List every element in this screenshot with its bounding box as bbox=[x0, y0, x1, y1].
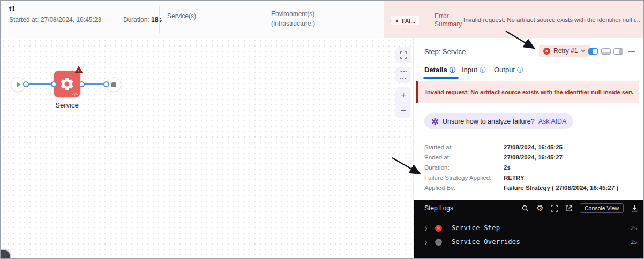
failed-status-badge[interactable]: ▲ FAI... bbox=[391, 16, 419, 25]
chevron-right-icon[interactable]: ❯ bbox=[424, 225, 435, 231]
service-step-node[interactable]: </> ! bbox=[54, 71, 80, 97]
tab-input[interactable]: Input ⓘ bbox=[462, 66, 486, 74]
execution-duration: Duration: 18s bbox=[123, 16, 162, 24]
fit-view-icon bbox=[400, 71, 407, 79]
execution-started-at: Started at: 27/08/2024, 16:45:23 bbox=[9, 16, 101, 24]
console-view-button[interactable]: Console View bbox=[580, 203, 624, 213]
zoom-out-button[interactable]: − bbox=[395, 103, 411, 118]
step-logs-panel: Step Logs ⚙ Console View bbox=[414, 200, 644, 259]
log-row-service-step[interactable]: ❯ ✕ Service Step 2s bbox=[414, 221, 644, 235]
pipeline-execution-page: t1 Started at: 27/08/2024, 16:45:23 Dura… bbox=[0, 0, 644, 259]
tab-details[interactable]: Details ⓘ bbox=[424, 66, 456, 74]
panel-title: Step: Service bbox=[424, 48, 466, 56]
connector-port[interactable] bbox=[23, 81, 29, 87]
node-warning-mark: ! bbox=[78, 68, 80, 73]
search-icon[interactable] bbox=[522, 204, 529, 212]
gear-icon bbox=[59, 76, 75, 92]
detail-row: Duration:2s bbox=[424, 162, 634, 172]
step-details-panel: Step: Service ✕ Retry #1 Details ⓘ Input… bbox=[413, 38, 644, 259]
error-summary-message: Invalid request: No artifact source exis… bbox=[463, 17, 640, 23]
chevron-right-icon[interactable]: ❯ bbox=[424, 239, 435, 245]
header-divider bbox=[159, 6, 160, 33]
connector-port[interactable] bbox=[51, 81, 57, 87]
tab-output[interactable]: Output ⓘ bbox=[494, 66, 523, 74]
zoom-in-button[interactable]: + bbox=[395, 87, 411, 103]
detail-row: Failure Strategy Applied:RETRY bbox=[424, 172, 634, 182]
expand-logs-icon[interactable] bbox=[551, 204, 558, 212]
download-logs-icon[interactable] bbox=[631, 204, 638, 212]
code-icon: </> bbox=[72, 92, 78, 96]
service-node-label: Service bbox=[48, 101, 86, 109]
canvas-fit-view-button[interactable] bbox=[395, 67, 411, 83]
detail-row: Ended at:27/08/2024, 16:45:27 bbox=[424, 152, 634, 162]
fullscreen-icon bbox=[400, 51, 407, 59]
retry-selector[interactable]: ✕ Retry #1 bbox=[539, 45, 590, 57]
step-error-banner: Invalid request: No artifact source exis… bbox=[416, 81, 639, 103]
zoom-controls: + − bbox=[395, 87, 411, 118]
log-row-service-overrides[interactable]: ❯ ✓ Service Overrides 2s bbox=[414, 235, 644, 249]
connector-port[interactable] bbox=[79, 81, 85, 87]
open-external-icon[interactable] bbox=[565, 204, 573, 212]
failed-dot-icon: ✕ bbox=[543, 48, 550, 55]
layout-fill bbox=[619, 49, 623, 54]
active-tab-indicator bbox=[423, 77, 459, 79]
detail-row: Started at:27/08/2024, 16:45:25 bbox=[424, 142, 634, 152]
pipeline-canvas[interactable]: </> ! Service + − bbox=[1, 38, 413, 259]
step-logs-header: Step Logs ⚙ Console View bbox=[414, 200, 644, 217]
execution-header: t1 Started at: 27/08/2024, 16:45:23 Dura… bbox=[1, 1, 644, 39]
stop-icon bbox=[111, 82, 116, 87]
connector-port[interactable] bbox=[103, 81, 109, 87]
minimize-panel-button[interactable] bbox=[628, 51, 635, 52]
layout-bottom-button[interactable] bbox=[601, 48, 611, 55]
canvas-fullscreen-button[interactable] bbox=[395, 47, 411, 63]
warning-triangle-icon: ▲ bbox=[394, 18, 400, 24]
step-logs-title: Step Logs bbox=[424, 204, 453, 212]
play-icon bbox=[17, 82, 21, 87]
layout-fill bbox=[589, 49, 593, 54]
layout-split-left-button[interactable] bbox=[588, 48, 598, 55]
chevron-down-icon bbox=[581, 49, 586, 52]
environments-column-label: Environment(s) (Infrastructure:) bbox=[271, 9, 315, 28]
failed-status-icon: ✕ bbox=[435, 225, 442, 232]
ask-aida-link[interactable]: Ask AIDA bbox=[538, 118, 567, 125]
edge-line bbox=[25, 83, 53, 85]
info-icon[interactable]: ⓘ bbox=[450, 67, 456, 73]
execution-name: t1 bbox=[9, 5, 16, 13]
error-summary-label: Error Summary bbox=[435, 12, 465, 28]
detail-row: Applied By:Failure Strategy ( 27/08/2024… bbox=[424, 182, 634, 193]
aida-suggestion[interactable]: Unsure how to analyze failure? Ask AIDA bbox=[424, 113, 573, 129]
info-icon[interactable]: ⓘ bbox=[517, 67, 523, 73]
services-column-label: Service(s) bbox=[167, 12, 196, 20]
step-logs-toolbar: ⚙ Console View bbox=[522, 203, 638, 213]
info-icon[interactable]: ⓘ bbox=[480, 67, 486, 73]
step-details-list: Started at:27/08/2024, 16:45:25 Ended at… bbox=[424, 142, 634, 193]
success-status-icon: ✓ bbox=[435, 239, 442, 246]
layout-fill bbox=[602, 52, 610, 54]
aida-flower-icon bbox=[431, 118, 439, 125]
log-settings-gear-icon[interactable]: ⚙ bbox=[536, 204, 544, 212]
layout-right-button[interactable] bbox=[613, 48, 623, 55]
